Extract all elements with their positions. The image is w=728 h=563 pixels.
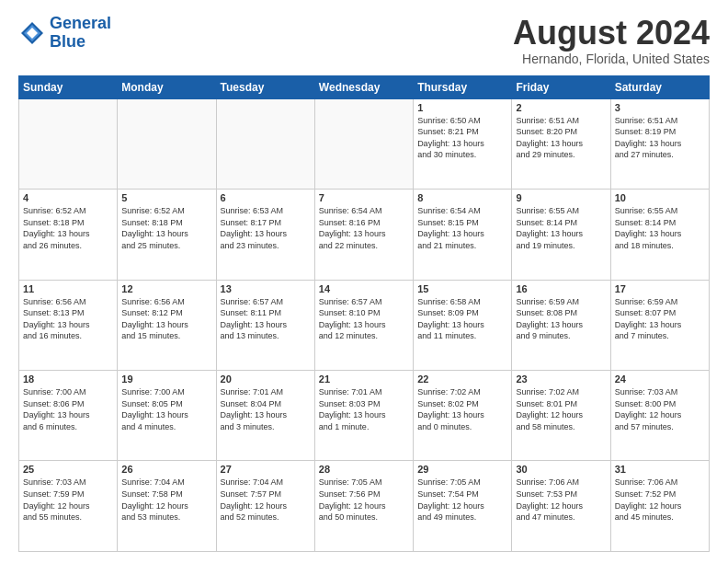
day-number: 30 (516, 464, 606, 475)
day-number: 9 (516, 192, 606, 203)
calendar-table: SundayMondayTuesdayWednesdayThursdayFrid… (18, 75, 710, 552)
day-info: Sunrise: 6:52 AMSunset: 8:18 PMDaylight:… (23, 205, 113, 251)
day-number: 31 (615, 464, 705, 475)
calendar-day-header: Sunday (19, 75, 118, 98)
calendar-day-cell: 9Sunrise: 6:55 AMSunset: 8:14 PMDaylight… (512, 190, 610, 280)
calendar-day-cell: 7Sunrise: 6:54 AMSunset: 8:16 PMDaylight… (314, 190, 413, 280)
calendar-day-header: Thursday (414, 75, 512, 98)
calendar-week-row: 18Sunrise: 7:00 AMSunset: 8:06 PMDayligh… (19, 371, 710, 461)
day-info: Sunrise: 7:05 AMSunset: 7:56 PMDaylight:… (319, 477, 409, 523)
day-info: Sunrise: 6:56 AMSunset: 8:13 PMDaylight:… (23, 296, 113, 342)
day-number: 19 (121, 373, 211, 385)
subtitle: Hernando, Florida, United States (513, 52, 710, 66)
day-number: 2 (516, 102, 606, 113)
day-info: Sunrise: 6:50 AMSunset: 8:21 PMDaylight:… (417, 115, 507, 161)
calendar-day-cell: 11Sunrise: 6:56 AMSunset: 8:13 PMDayligh… (19, 280, 118, 370)
day-number: 23 (516, 373, 606, 385)
calendar-day-cell: 5Sunrise: 6:52 AMSunset: 8:18 PMDaylight… (118, 190, 216, 280)
day-info: Sunrise: 6:54 AMSunset: 8:16 PMDaylight:… (319, 205, 409, 251)
calendar-day-header: Monday (118, 75, 216, 98)
day-info: Sunrise: 7:00 AMSunset: 8:06 PMDaylight:… (23, 386, 113, 432)
calendar-day-cell: 16Sunrise: 6:59 AMSunset: 8:08 PMDayligh… (512, 280, 610, 370)
logo-line2: Blue (50, 32, 85, 51)
day-number: 8 (417, 192, 507, 203)
logo-line1: General (50, 14, 111, 32)
calendar-day-header: Saturday (610, 75, 709, 98)
day-info: Sunrise: 7:04 AMSunset: 7:58 PMDaylight:… (121, 477, 211, 523)
day-number: 28 (319, 464, 409, 475)
day-info: Sunrise: 6:56 AMSunset: 8:12 PMDaylight:… (121, 296, 211, 342)
day-number: 20 (221, 373, 311, 385)
calendar-day-cell: 21Sunrise: 7:01 AMSunset: 8:03 PMDayligh… (314, 371, 413, 461)
calendar-day-header: Wednesday (314, 75, 413, 98)
calendar-day-cell: 14Sunrise: 6:57 AMSunset: 8:10 PMDayligh… (314, 280, 413, 370)
day-number: 3 (615, 102, 705, 113)
calendar-day-cell: 8Sunrise: 6:54 AMSunset: 8:15 PMDaylight… (414, 190, 512, 280)
day-number: 18 (23, 373, 113, 385)
calendar-day-header: Friday (512, 75, 610, 98)
calendar-day-cell: 3Sunrise: 6:51 AMSunset: 8:19 PMDaylight… (610, 98, 709, 189)
day-info: Sunrise: 7:03 AMSunset: 8:00 PMDaylight:… (615, 386, 705, 432)
calendar-week-row: 25Sunrise: 7:03 AMSunset: 7:59 PMDayligh… (19, 461, 710, 552)
day-info: Sunrise: 7:05 AMSunset: 7:54 PMDaylight:… (417, 477, 507, 523)
logo: General Blue (18, 15, 111, 52)
calendar-day-cell: 24Sunrise: 7:03 AMSunset: 8:00 PMDayligh… (610, 371, 709, 461)
calendar-day-cell: 15Sunrise: 6:58 AMSunset: 8:09 PMDayligh… (414, 280, 512, 370)
day-number: 26 (121, 464, 211, 475)
day-info: Sunrise: 6:57 AMSunset: 8:11 PMDaylight:… (221, 296, 311, 342)
calendar-day-cell: 26Sunrise: 7:04 AMSunset: 7:58 PMDayligh… (118, 461, 216, 552)
day-info: Sunrise: 6:53 AMSunset: 8:17 PMDaylight:… (221, 205, 311, 251)
day-info: Sunrise: 6:59 AMSunset: 8:07 PMDaylight:… (615, 296, 705, 342)
calendar-day-cell: 28Sunrise: 7:05 AMSunset: 7:56 PMDayligh… (314, 461, 413, 552)
calendar-day-cell: 22Sunrise: 7:02 AMSunset: 8:02 PMDayligh… (414, 371, 512, 461)
day-info: Sunrise: 6:58 AMSunset: 8:09 PMDaylight:… (417, 296, 507, 342)
calendar-day-cell: 19Sunrise: 7:00 AMSunset: 8:05 PMDayligh… (118, 371, 216, 461)
day-number: 4 (23, 192, 113, 203)
day-number: 12 (121, 283, 211, 294)
logo-icon (18, 19, 46, 47)
day-info: Sunrise: 6:57 AMSunset: 8:10 PMDaylight:… (319, 296, 409, 342)
logo-text: General Blue (50, 15, 111, 52)
page: General Blue August 2024 Hernando, Flori… (0, 0, 728, 563)
day-info: Sunrise: 7:06 AMSunset: 7:53 PMDaylight:… (516, 477, 606, 523)
day-number: 7 (319, 192, 409, 203)
day-info: Sunrise: 6:51 AMSunset: 8:20 PMDaylight:… (516, 115, 606, 161)
calendar-day-cell: 13Sunrise: 6:57 AMSunset: 8:11 PMDayligh… (216, 280, 314, 370)
day-number: 14 (319, 283, 409, 294)
day-info: Sunrise: 6:55 AMSunset: 8:14 PMDaylight:… (516, 205, 606, 251)
day-info: Sunrise: 6:55 AMSunset: 8:14 PMDaylight:… (615, 205, 705, 251)
calendar-day-cell: 27Sunrise: 7:04 AMSunset: 7:57 PMDayligh… (216, 461, 314, 552)
calendar-day-cell: 29Sunrise: 7:05 AMSunset: 7:54 PMDayligh… (414, 461, 512, 552)
calendar-day-cell (314, 98, 413, 189)
calendar-day-cell (19, 98, 118, 189)
day-info: Sunrise: 6:54 AMSunset: 8:15 PMDaylight:… (417, 205, 507, 251)
calendar-day-cell (118, 98, 216, 189)
day-number: 22 (417, 373, 507, 385)
title-block: August 2024 Hernando, Florida, United St… (513, 15, 710, 66)
calendar-day-cell: 20Sunrise: 7:01 AMSunset: 8:04 PMDayligh… (216, 371, 314, 461)
day-number: 5 (121, 192, 211, 203)
calendar-week-row: 4Sunrise: 6:52 AMSunset: 8:18 PMDaylight… (19, 190, 710, 280)
calendar-day-cell: 31Sunrise: 7:06 AMSunset: 7:52 PMDayligh… (610, 461, 709, 552)
calendar-day-cell: 18Sunrise: 7:00 AMSunset: 8:06 PMDayligh… (19, 371, 118, 461)
day-number: 1 (417, 102, 507, 113)
day-number: 6 (221, 192, 311, 203)
calendar-day-cell: 23Sunrise: 7:02 AMSunset: 8:01 PMDayligh… (512, 371, 610, 461)
calendar-day-cell: 6Sunrise: 6:53 AMSunset: 8:17 PMDaylight… (216, 190, 314, 280)
day-number: 17 (615, 283, 705, 294)
calendar-header-row: SundayMondayTuesdayWednesdayThursdayFrid… (19, 75, 710, 98)
calendar-day-header: Tuesday (216, 75, 314, 98)
calendar-day-cell (216, 98, 314, 189)
day-info: Sunrise: 7:00 AMSunset: 8:05 PMDaylight:… (121, 386, 211, 432)
day-number: 24 (615, 373, 705, 385)
calendar-day-cell: 1Sunrise: 6:50 AMSunset: 8:21 PMDaylight… (414, 98, 512, 189)
calendar-week-row: 1Sunrise: 6:50 AMSunset: 8:21 PMDaylight… (19, 98, 710, 189)
day-info: Sunrise: 6:52 AMSunset: 8:18 PMDaylight:… (121, 205, 211, 251)
day-number: 21 (319, 373, 409, 385)
day-info: Sunrise: 7:03 AMSunset: 7:59 PMDaylight:… (23, 477, 113, 523)
day-info: Sunrise: 7:04 AMSunset: 7:57 PMDaylight:… (221, 477, 311, 523)
day-info: Sunrise: 7:02 AMSunset: 8:02 PMDaylight:… (417, 386, 507, 432)
calendar-day-cell: 12Sunrise: 6:56 AMSunset: 8:12 PMDayligh… (118, 280, 216, 370)
calendar-day-cell: 30Sunrise: 7:06 AMSunset: 7:53 PMDayligh… (512, 461, 610, 552)
day-info: Sunrise: 7:01 AMSunset: 8:04 PMDaylight:… (221, 386, 311, 432)
